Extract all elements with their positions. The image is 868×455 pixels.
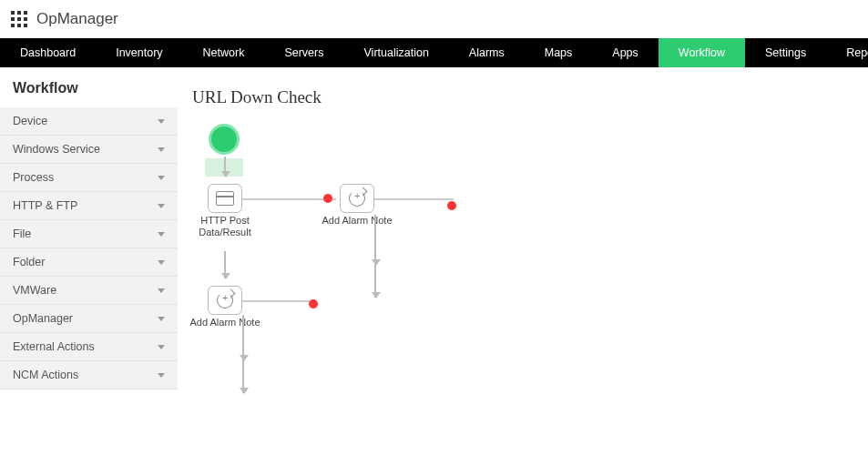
connector-anchor-dot[interactable] xyxy=(309,299,318,308)
sidebar-item-label: File xyxy=(13,228,31,240)
alarm-clock-plus-icon xyxy=(217,292,233,308)
sidebar-item-label: Process xyxy=(13,171,54,184)
workflow-node-add-alarm-note-1[interactable] xyxy=(340,184,374,213)
sidebar-item-ncm-actions[interactable]: NCM Actions xyxy=(0,361,178,389)
connector-anchor-dot[interactable] xyxy=(323,194,332,203)
sidebar-item-device[interactable]: Device xyxy=(0,107,178,136)
connector-anchor-dot[interactable] xyxy=(447,201,456,210)
sidebar-item-windows-service[interactable]: Windows Service xyxy=(0,136,178,164)
chevron-down-icon xyxy=(158,345,165,349)
brand-title: OpManager xyxy=(36,10,118,28)
connector-arrow-down xyxy=(242,360,244,393)
sidebar-item-label: External Actions xyxy=(13,340,95,353)
workflow-start-node[interactable] xyxy=(209,124,240,155)
nav-settings[interactable]: Settings xyxy=(745,38,826,67)
connector-line xyxy=(374,215,376,265)
connector-line xyxy=(242,300,315,302)
sidebar-item-external-actions[interactable]: External Actions xyxy=(0,333,178,361)
nav-reports[interactable]: Reports xyxy=(826,38,868,67)
chevron-down-icon xyxy=(158,176,165,180)
nav-maps[interactable]: Maps xyxy=(525,38,593,67)
connector-line xyxy=(242,315,244,360)
sidebar-item-label: OpManager xyxy=(13,312,73,325)
sidebar-item-folder[interactable]: Folder xyxy=(0,248,178,277)
sidebar-item-label: Device xyxy=(13,115,47,127)
alarm-clock-plus-icon xyxy=(349,190,365,207)
sidebar-item-opmanager[interactable]: OpManager xyxy=(0,305,178,333)
sidebar-item-http-ftp[interactable]: HTTP & FTP xyxy=(0,192,178,220)
page-title: URL Down Check xyxy=(192,87,853,107)
sidebar-title: Workflow xyxy=(0,67,178,107)
sidebar-item-process[interactable]: Process xyxy=(0,164,178,192)
sidebar-item-file[interactable]: File xyxy=(0,220,178,248)
nav-servers[interactable]: Servers xyxy=(264,38,343,67)
browser-icon xyxy=(216,191,234,206)
nav-virtualization[interactable]: Virtualization xyxy=(344,38,449,67)
sidebar-item-label: HTTP & FTP xyxy=(13,199,77,212)
chevron-down-icon xyxy=(158,147,165,152)
nav-inventory[interactable]: Inventory xyxy=(96,38,182,67)
chevron-down-icon xyxy=(158,317,165,321)
connector-line xyxy=(374,198,454,200)
sidebar-item-label: NCM Actions xyxy=(13,369,78,381)
sidebar-item-label: Windows Service xyxy=(13,143,100,156)
apps-grid-icon[interactable] xyxy=(11,11,27,27)
chevron-down-icon xyxy=(158,260,165,265)
chevron-down-icon xyxy=(158,288,165,293)
sidebar-item-label: Folder xyxy=(13,256,45,268)
nav-dashboard[interactable]: Dashboard xyxy=(0,38,96,67)
workflow-node-label: Add Alarm Note xyxy=(189,317,261,329)
connector-arrow-down xyxy=(224,157,226,177)
workflow-node-label: Add Alarm Note xyxy=(321,215,393,227)
workflow-node-add-alarm-note-2[interactable] xyxy=(208,286,242,315)
connector-arrow-down xyxy=(374,265,376,298)
chevron-down-icon xyxy=(158,373,165,378)
sidebar-item-vmware[interactable]: VMWare xyxy=(0,277,178,305)
workflow-node-label: HTTP Post Data/Result xyxy=(189,215,261,238)
connector-line xyxy=(242,198,336,200)
workflow-canvas[interactable]: HTTP Post Data/Result Add Alarm Note Add… xyxy=(192,124,853,451)
nav-alarms[interactable]: Alarms xyxy=(449,38,525,67)
connector-arrow-down xyxy=(224,251,226,278)
nav-workflow[interactable]: Workflow xyxy=(659,38,745,67)
nav-network[interactable]: Network xyxy=(183,38,265,67)
sidebar-item-label: VMWare xyxy=(13,284,56,297)
workflow-node-http-post[interactable] xyxy=(208,184,242,213)
chevron-down-icon xyxy=(158,204,165,208)
chevron-down-icon xyxy=(158,232,165,237)
nav-apps[interactable]: Apps xyxy=(592,38,659,67)
chevron-down-icon xyxy=(158,119,165,124)
